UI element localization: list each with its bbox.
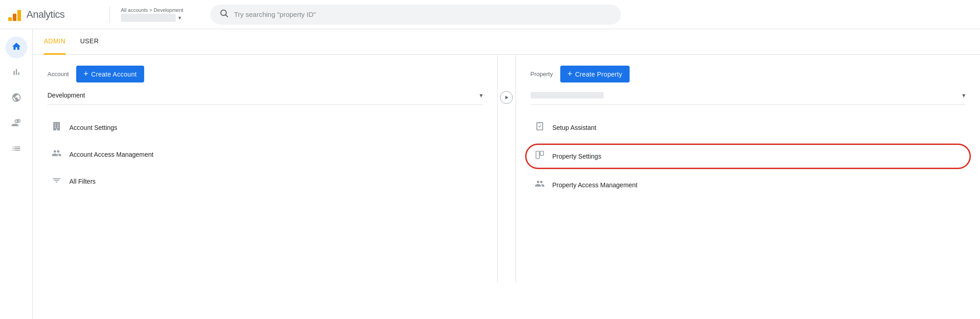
create-account-button[interactable]: + Create Account [76,66,144,82]
plus-icon: + [83,69,89,79]
sidebar-item-configure[interactable] [5,139,27,160]
account-column-header: Account + Create Account [47,66,483,82]
account-dropdown-arrow-icon: ▾ [480,92,483,99]
list-icon [11,144,21,156]
account-select-text: Development [47,92,85,99]
advertising-icon [11,118,21,130]
people-icon [51,148,62,160]
property-access-label: Property Access Management [553,181,638,189]
menu-item-all-filters[interactable]: All Filters [47,168,483,195]
menu-item-property-access[interactable]: Property Access Management [531,171,966,198]
main-layout: ADMIN USER Account + Create Account Deve… [0,29,980,319]
property-people-icon [534,179,545,191]
clipboard-check-icon [534,121,545,134]
header: Analytics All accounts > Development ▾ T… [0,0,980,29]
account-select-dropdown[interactable]: Development ▾ [47,92,483,105]
property-name-placeholder [531,92,604,98]
property-settings-row: Property Settings [531,143,966,170]
menu-item-setup-assistant[interactable]: Setup Assistant [531,114,966,141]
app-title: Analytics [26,9,65,21]
property-dropdown-arrow-icon: ▾ [962,92,965,99]
admin-content: Account + Create Account Development ▾ [33,55,980,283]
forward-arrow-icon [500,91,513,104]
create-property-button[interactable]: + Create Property [560,66,630,82]
account-column: Account + Create Account Development ▾ [33,55,498,283]
search-bar[interactable]: Try searching "property ID" [210,5,621,25]
account-settings-label: Account Settings [69,124,117,131]
sidebar-item-explore[interactable] [5,87,27,109]
svg-rect-1 [13,14,16,21]
sidebar [0,29,33,319]
property-settings-icon [534,150,545,162]
account-access-label: Account Access Management [69,151,153,158]
tabs-bar: ADMIN USER [33,29,980,55]
svg-rect-2 [17,10,21,21]
breadcrumb: All accounts > Development [121,7,203,13]
svg-rect-0 [8,17,12,21]
menu-item-account-settings[interactable]: Account Settings [47,114,483,141]
svg-rect-9 [540,151,543,155]
property-column-header: Property + Create Property [531,66,966,82]
account-dropdown[interactable]: ▾ [121,14,203,22]
analytics-logo-icon [7,7,22,22]
sidebar-item-advertising[interactable] [5,113,27,135]
property-settings-label: Property Settings [553,153,601,160]
tab-user[interactable]: USER [80,29,99,55]
main-content: ADMIN USER Account + Create Account Deve… [33,29,980,319]
property-column: Property + Create Property ▾ [516,55,980,283]
search-placeholder-text: Try searching "property ID" [234,10,316,18]
tab-admin[interactable]: ADMIN [44,29,66,55]
logo-area: Analytics [7,7,99,22]
svg-rect-8 [536,151,539,159]
property-select-dropdown[interactable]: ▾ [531,92,966,105]
home-icon [11,41,21,54]
column-divider [498,55,516,283]
all-filters-label: All Filters [69,178,96,185]
property-column-label: Property [531,71,553,77]
building-icon [51,121,62,134]
explore-icon [11,93,21,105]
menu-item-account-access[interactable]: Account Access Management [47,141,483,168]
setup-assistant-label: Setup Assistant [553,124,597,131]
menu-item-property-settings[interactable]: Property Settings [531,143,966,170]
search-icon [219,9,229,20]
plus-icon-property: + [568,69,573,79]
header-divider [109,6,110,23]
chevron-down-icon: ▾ [178,15,181,21]
property-menu-items: Setup Assistant Property Settings [531,114,966,198]
sidebar-item-home[interactable] [5,36,27,58]
account-name-value [121,14,176,22]
sidebar-item-reports[interactable] [5,62,27,84]
account-column-label: Account [47,71,69,77]
account-menu-items: Account Settings Account Access Manageme… [47,114,483,195]
svg-line-4 [226,15,228,17]
filter-icon [51,175,62,187]
bar-chart-icon [11,67,21,79]
account-selector[interactable]: All accounts > Development ▾ [121,7,203,22]
